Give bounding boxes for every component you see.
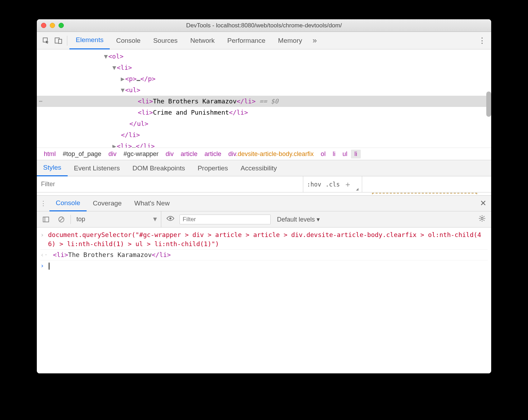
console-output-row: ‹· <li>The Brothers Karamazov</li> — [40, 250, 488, 260]
dom-node[interactable]: <li>Crime and Punishment</li> — [37, 107, 491, 118]
output-tag-close: </li> — [152, 251, 171, 258]
styles-filter-row: :hov .cls ＋ ◢ — [37, 176, 491, 192]
svg-point-7 — [169, 217, 171, 219]
cls-toggle[interactable]: .cls — [325, 181, 340, 188]
console-prompt-row[interactable]: › — [40, 260, 488, 271]
drawer-close-icon[interactable]: ✕ — [475, 199, 491, 208]
titlebar: DevTools - localhost:8080/web/tools/chro… — [37, 19, 491, 32]
console-output[interactable]: › document.querySelector("#gc-wrapper > … — [37, 228, 491, 373]
elements-dom-tree[interactable]: ▼<ol>▼<li>▶<p>…</p>▼<ul><li>The Brothers… — [37, 49, 491, 148]
breadcrumb-item[interactable]: html — [40, 150, 59, 158]
expand-corner-icon[interactable]: ◢ — [356, 187, 358, 191]
breadcrumb-item[interactable]: div — [162, 150, 177, 158]
dom-node[interactable]: <li>The Brothers Karamazov</li> == $0 — [37, 96, 491, 107]
svg-line-13 — [480, 216, 481, 217]
console-settings-icon[interactable] — [476, 215, 488, 224]
dom-node[interactable]: ▶<p>…</p> — [37, 73, 491, 84]
window-title: DevTools - localhost:8080/web/tools/chro… — [37, 22, 491, 29]
drawer-menu-icon[interactable]: ⋮ — [37, 199, 49, 208]
hov-toggle[interactable]: :hov — [307, 181, 321, 188]
input-marker-icon: › — [40, 230, 48, 249]
console-input-row: › document.querySelector("#gc-wrapper > … — [40, 230, 488, 250]
drawer-tab-what-s-new[interactable]: What's New — [128, 195, 176, 211]
dom-node[interactable]: ▼<ol> — [37, 51, 491, 62]
text-cursor — [49, 263, 49, 270]
styles-tab-event-listeners[interactable]: Event Listeners — [68, 160, 126, 176]
device-mode-icon[interactable] — [52, 34, 65, 47]
tab-network[interactable]: Network — [184, 32, 221, 49]
console-sidebar-toggle-icon[interactable] — [40, 216, 52, 223]
styles-filter-controls: :hov .cls ＋ ◢ — [303, 176, 362, 192]
clear-console-icon[interactable] — [55, 216, 68, 223]
drawer-tab-coverage[interactable]: Coverage — [87, 195, 128, 211]
console-toolbar: top ▼ Default levels ▾ — [37, 211, 491, 228]
svg-line-16 — [483, 216, 484, 217]
drawer-tab-console[interactable]: Console — [49, 195, 87, 211]
styles-tabs: StylesEvent ListenersDOM BreakpointsProp… — [37, 160, 491, 176]
output-marker-icon: ‹· — [40, 250, 48, 259]
tab-elements[interactable]: Elements — [69, 32, 110, 49]
styles-tab-styles[interactable]: Styles — [37, 160, 68, 176]
dom-breadcrumbs[interactable]: html#top_of_pagediv#gc-wrapperdivarticle… — [37, 148, 491, 160]
styles-tab-properties[interactable]: Properties — [191, 160, 235, 176]
main-toolbar: ElementsConsoleSourcesNetworkPerformance… — [37, 32, 491, 49]
breadcrumb-item[interactable]: article — [201, 150, 225, 158]
inspect-element-icon[interactable] — [40, 34, 52, 47]
breadcrumb-item[interactable]: div.devsite-article-body.clearfix — [225, 150, 317, 158]
dom-node[interactable]: </ul> — [37, 118, 491, 129]
prompt-marker-icon: › — [40, 261, 48, 270]
styles-filter-input[interactable] — [37, 176, 303, 192]
window-minimize-button[interactable] — [50, 23, 55, 28]
breadcrumb-item[interactable]: ol — [317, 150, 329, 158]
output-tag-open: <li> — [53, 251, 68, 258]
svg-rect-3 — [43, 217, 49, 222]
tab-memory[interactable]: Memory — [272, 32, 309, 49]
window-zoom-button[interactable] — [59, 23, 64, 28]
breadcrumb-item[interactable]: div — [105, 150, 120, 158]
breadcrumb-item[interactable]: li — [329, 150, 339, 158]
live-expression-icon[interactable] — [164, 216, 177, 223]
breadcrumb-item[interactable]: ul — [339, 150, 351, 158]
scrollbar-thumb[interactable] — [486, 92, 491, 117]
styles-tab-dom-breakpoints[interactable]: DOM Breakpoints — [126, 160, 191, 176]
breadcrumb-item[interactable]: article — [177, 150, 201, 158]
breadcrumb-item[interactable]: li — [351, 150, 361, 158]
log-levels-selector[interactable]: Default levels ▾ — [273, 216, 323, 223]
svg-rect-2 — [59, 39, 62, 43]
dom-node[interactable]: </li> — [37, 129, 491, 141]
toolbar-separator — [67, 36, 67, 46]
devtools-window: DevTools - localhost:8080/web/tools/chro… — [37, 19, 491, 373]
console-filter-input[interactable] — [180, 215, 271, 224]
drawer-tabs: ⋮ ConsoleCoverageWhat's New ✕ — [37, 195, 491, 211]
output-text: The Brothers Karamazov — [68, 251, 151, 258]
window-close-button[interactable] — [41, 23, 46, 28]
main-tabs: ElementsConsoleSourcesNetworkPerformance… — [69, 32, 309, 49]
dom-node[interactable]: ▼<ul> — [37, 84, 491, 96]
tab-console[interactable]: Console — [110, 32, 147, 49]
traffic-lights — [37, 23, 64, 28]
svg-line-14 — [483, 220, 484, 221]
breadcrumb-item[interactable]: #top_of_page — [59, 150, 105, 158]
box-model-fragment — [37, 192, 491, 195]
execution-context-label: top — [76, 216, 85, 223]
svg-line-6 — [60, 218, 63, 221]
more-tabs-icon[interactable]: » — [309, 34, 321, 47]
tab-performance[interactable]: Performance — [221, 32, 272, 49]
new-style-rule-icon[interactable]: ＋ — [344, 179, 352, 190]
svg-line-15 — [480, 220, 481, 221]
execution-context-selector[interactable]: top ▼ — [74, 211, 161, 227]
chevron-down-icon: ▼ — [152, 216, 158, 223]
svg-point-8 — [481, 217, 483, 219]
kebab-menu-icon[interactable]: ⋮ — [476, 34, 488, 47]
breadcrumb-item[interactable]: #gc-wrapper — [120, 150, 162, 158]
tab-sources[interactable]: Sources — [147, 32, 184, 49]
console-input-text: document.querySelector("#gc-wrapper > di… — [48, 230, 488, 249]
styles-tab-accessibility[interactable]: Accessibility — [234, 160, 283, 176]
dom-node[interactable]: ▶<li>…</li> — [37, 141, 491, 148]
dom-node[interactable]: ▼<li> — [37, 62, 491, 73]
